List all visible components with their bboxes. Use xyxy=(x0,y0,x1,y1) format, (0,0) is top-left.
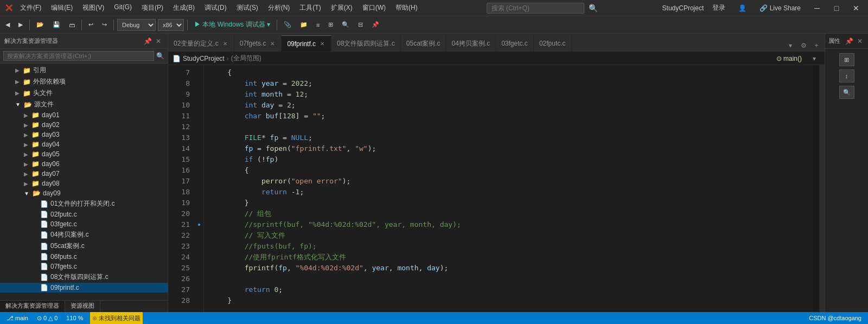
undo-button[interactable]: ↩ xyxy=(85,18,97,31)
properties-sort-button[interactable]: ↕ xyxy=(839,69,854,82)
toolbar-icon1[interactable]: ≡ xyxy=(313,18,323,31)
search-input[interactable] xyxy=(487,3,584,14)
status-zoom[interactable]: 110 % xyxy=(64,312,85,324)
status-errors[interactable]: ⊙ 0 △ 0 xyxy=(35,312,60,324)
menu-window[interactable]: 窗口(W) xyxy=(358,2,390,14)
toolbar-icon5[interactable]: 📌 xyxy=(368,18,382,31)
tab-05cat[interactable]: 05cat案例.c xyxy=(401,35,446,52)
tab-02fputc[interactable]: 02fputc.c xyxy=(534,35,572,52)
sidebar-item-headers[interactable]: ▶ 📁 头文件 xyxy=(0,87,168,99)
menu-help[interactable]: 帮助(H) xyxy=(391,2,422,14)
sidebar-item-day03[interactable]: ▶ 📁 day03 xyxy=(0,130,168,139)
sidebar-item-f02[interactable]: ▶ 📄 02fputc.c xyxy=(0,209,168,219)
right-panel-pin-button[interactable]: 📌 xyxy=(844,36,854,46)
sidebar-item-day06[interactable]: ▶ 📁 day06 xyxy=(0,159,168,169)
menu-file[interactable]: 文件(F) xyxy=(16,2,46,14)
breadcrumb-function[interactable]: ⊙ main() xyxy=(776,55,802,62)
menu-extensions[interactable]: 扩展(X) xyxy=(327,2,357,14)
tab-02var[interactable]: 02变量的定义.c ✕ xyxy=(168,35,234,52)
menu-view[interactable]: 视图(V) xyxy=(78,2,108,14)
sidebar-item-day01[interactable]: ▶ 📁 day01 xyxy=(0,110,168,120)
new-tab-button[interactable]: + xyxy=(810,40,822,52)
menu-test[interactable]: 测试(S) xyxy=(232,2,263,14)
sidebar-item-f05[interactable]: ▶ 📄 05cat案例.c xyxy=(0,240,168,252)
sidebar-item-day08[interactable]: ▶ 📁 day08 xyxy=(0,179,168,188)
redo-button[interactable]: ↪ xyxy=(99,18,110,31)
sidebar-item-sources[interactable]: ▼ 📂 源文件 xyxy=(0,99,168,110)
menu-edit[interactable]: 编辑(E) xyxy=(47,2,77,14)
search-icon[interactable]: 🔍 xyxy=(589,4,598,12)
sidebar-item-refs[interactable]: ▶ 📁 引用 xyxy=(0,65,168,76)
tab-overflow-button[interactable]: ▾ xyxy=(784,40,796,52)
live-share-button[interactable]: 🔗 Live Share xyxy=(755,3,805,13)
status-git[interactable]: ⎇ main xyxy=(4,312,30,324)
sidebar-item-day02[interactable]: ▶ 📁 day02 xyxy=(0,120,168,130)
menu-project[interactable]: 项目(P) xyxy=(137,2,168,14)
arch-dropdown[interactable]: x86 x64 xyxy=(158,19,184,31)
sidebar-search-input[interactable] xyxy=(3,51,154,61)
sidebar-item-f03[interactable]: ▶ 📄 03fgetc.c xyxy=(0,219,168,229)
debug-config-dropdown[interactable]: Debug Release xyxy=(117,19,156,31)
status-problems[interactable]: ⊙ 未找到相关问题 xyxy=(90,312,143,324)
right-panel-close-button[interactable]: ✕ xyxy=(855,36,865,46)
login-button[interactable]: 登录 xyxy=(708,2,730,14)
breadcrumb-project[interactable]: StudyCProject xyxy=(183,55,225,62)
breadcrumb-expand-button[interactable]: ▾ xyxy=(808,53,820,65)
menu-tools[interactable]: 工具(T) xyxy=(295,2,325,14)
tab-close-icon[interactable]: ✕ xyxy=(222,40,228,47)
sidebar-item-day07[interactable]: ▶ 📁 day07 xyxy=(0,169,168,179)
sidebar-footer-tab-explorer[interactable]: 解决方案资源管理器 xyxy=(0,301,65,312)
open-folder-button[interactable]: 📁 xyxy=(297,18,311,31)
sidebar-item-f06[interactable]: ▶ 📄 06fputs.c xyxy=(0,252,168,262)
tab-settings-button[interactable]: ⚙ xyxy=(797,40,809,52)
menu-git[interactable]: Git(G) xyxy=(110,2,136,14)
properties-grid-button[interactable]: ⊞ xyxy=(839,53,854,66)
tree-label: 04拷贝案例.c xyxy=(50,230,89,239)
save-all-button[interactable]: 🗃 xyxy=(66,18,78,31)
sidebar-item-f09[interactable]: ▶ 📄 09fprintf.c xyxy=(0,283,168,293)
sidebar-item-f07[interactable]: ▶ 📄 07fgets.c xyxy=(0,262,168,271)
toolbar-icon2[interactable]: ⊞ xyxy=(325,18,336,31)
sidebar-item-f04[interactable]: ▶ 📄 04拷贝案例.c xyxy=(0,229,168,240)
sidebar-item-day09[interactable]: ▼ 📂 day09 xyxy=(0,188,168,198)
back-button[interactable]: ◀ xyxy=(2,18,13,31)
breadcrumb-scope[interactable]: (全局范围) xyxy=(231,54,261,63)
sidebar-pin-button[interactable]: 📌 xyxy=(143,36,152,46)
tab-03fgetc[interactable]: 03fgetc.c xyxy=(496,35,534,52)
menu-build[interactable]: 生成(B) xyxy=(169,2,199,14)
menu-analyze[interactable]: 分析(N) xyxy=(264,2,295,14)
sidebar-item-extern[interactable]: ▶ 📁 外部依赖项 xyxy=(0,76,168,87)
sidebar-close-button[interactable]: ✕ xyxy=(154,36,163,46)
tab-09fprintf[interactable]: 09fprintf.c ✕ xyxy=(282,35,331,52)
account-icon[interactable]: 👤 xyxy=(734,3,751,13)
menu-debug[interactable]: 调试(D) xyxy=(200,2,231,14)
tab-close-icon[interactable]: ✕ xyxy=(319,40,326,47)
save-button[interactable]: 💾 xyxy=(49,18,63,31)
tab-close-icon[interactable]: ✕ xyxy=(269,40,276,47)
attach-button[interactable]: 📎 xyxy=(280,18,295,31)
sidebar-search-icon[interactable]: 🔍 xyxy=(156,52,164,60)
window-close-button[interactable]: ✕ xyxy=(848,1,864,16)
folder-icon: 📁 xyxy=(31,121,40,129)
tree-label: 外部依赖项 xyxy=(33,77,66,86)
sidebar-footer-tab-resource[interactable]: 资源视图 xyxy=(65,301,100,312)
properties-icon3[interactable]: 🔍 xyxy=(839,86,854,99)
tab-08fileops[interactable]: 08文件版四则运算.c xyxy=(331,35,401,52)
tree-label: day07 xyxy=(42,170,60,177)
forward-button[interactable]: ▶ xyxy=(15,18,26,31)
sidebar-item-day05[interactable]: ▶ 📁 day05 xyxy=(0,149,168,159)
scrollbar-vertical[interactable] xyxy=(819,65,825,312)
code-content[interactable]: { int year = 2022; int month = 12; int d… xyxy=(204,65,813,312)
sidebar-item-f01[interactable]: ▶ 📄 01文件的打开和关闭.c xyxy=(0,198,168,209)
toolbar-icon4[interactable]: ⊟ xyxy=(355,18,366,31)
folder-icon: 📁 xyxy=(31,160,40,168)
tab-07fgets[interactable]: 07fgets.c ✕ xyxy=(234,35,282,52)
toolbar-icon3[interactable]: 🔍 xyxy=(339,18,353,31)
run-debugger-button[interactable]: ▶ 本地 Windows 调试器 ▾ xyxy=(191,19,273,30)
tab-04copy[interactable]: 04拷贝案例.c xyxy=(446,35,496,52)
window-maximize-button[interactable]: □ xyxy=(829,1,844,16)
sidebar-item-f08[interactable]: ▶ 📄 08文件版四则运算.c xyxy=(0,271,168,283)
new-project-button[interactable]: 📂 xyxy=(33,18,47,31)
sidebar-item-day04[interactable]: ▶ 📁 day04 xyxy=(0,139,168,149)
window-minimize-button[interactable]: ─ xyxy=(809,1,825,16)
